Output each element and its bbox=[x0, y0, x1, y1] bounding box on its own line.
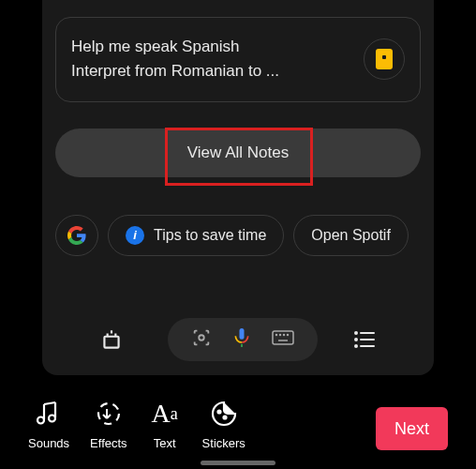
stickers-label: Stickers bbox=[202, 436, 245, 450]
input-pill bbox=[168, 318, 318, 361]
svg-point-15 bbox=[49, 416, 55, 422]
home-indicator[interactable] bbox=[201, 461, 275, 465]
note-card[interactable]: Help me speak Spanish Interpret from Rom… bbox=[55, 17, 421, 102]
svg-rect-0 bbox=[104, 337, 118, 348]
next-button[interactable]: Next bbox=[376, 407, 448, 450]
tips-chip[interactable]: i Tips to save time bbox=[108, 215, 284, 256]
next-label: Next bbox=[394, 419, 429, 439]
svg-point-16 bbox=[98, 403, 119, 424]
assistant-panel: Help me speak Spanish Interpret from Rom… bbox=[42, 0, 434, 375]
effects-label: Effects bbox=[90, 436, 127, 450]
stickers-button[interactable]: Stickers bbox=[202, 397, 245, 450]
text-icon: Aa bbox=[148, 397, 182, 431]
flash-icon[interactable] bbox=[98, 326, 125, 353]
text-label: Text bbox=[154, 436, 176, 450]
spotify-chip[interactable]: Open Spotif bbox=[293, 215, 409, 256]
bottom-toolbar: Sounds Effects Aa Text Stickers Next bbox=[28, 397, 448, 450]
tips-label: Tips to save time bbox=[154, 227, 266, 244]
note-text: Help me speak Spanish Interpret from Rom… bbox=[71, 35, 352, 84]
sounds-icon bbox=[32, 397, 66, 431]
svg-point-10 bbox=[355, 339, 357, 340]
effects-button[interactable]: Effects bbox=[90, 397, 127, 450]
keep-icon-wrap bbox=[364, 38, 405, 80]
svg-point-18 bbox=[223, 416, 226, 419]
sounds-button[interactable]: Sounds bbox=[28, 397, 69, 450]
note-line-2: Interpret from Romanian to ... bbox=[71, 59, 352, 83]
input-bar bbox=[98, 317, 378, 362]
svg-point-3 bbox=[276, 335, 277, 336]
effects-icon bbox=[92, 397, 126, 431]
lens-icon[interactable] bbox=[191, 327, 212, 352]
svg-point-17 bbox=[217, 411, 220, 414]
text-button[interactable]: Aa Text bbox=[148, 397, 182, 450]
svg-point-12 bbox=[355, 345, 357, 347]
spotify-label: Open Spotif bbox=[311, 227, 391, 244]
stickers-icon bbox=[207, 397, 241, 431]
view-all-label: View All Notes bbox=[187, 144, 289, 162]
svg-point-1 bbox=[199, 335, 204, 340]
sounds-label: Sounds bbox=[28, 436, 69, 450]
svg-point-5 bbox=[284, 335, 285, 336]
note-line-1: Help me speak Spanish bbox=[71, 35, 352, 59]
keyboard-icon[interactable] bbox=[272, 329, 294, 350]
google-chip[interactable] bbox=[55, 215, 98, 256]
suggestion-chips: i Tips to save time Open Spotif bbox=[55, 215, 421, 256]
list-icon[interactable] bbox=[351, 326, 378, 353]
svg-rect-2 bbox=[273, 331, 293, 344]
svg-point-14 bbox=[37, 417, 44, 424]
mic-icon[interactable] bbox=[232, 326, 251, 353]
svg-point-4 bbox=[280, 335, 281, 336]
svg-point-8 bbox=[355, 332, 357, 334]
info-icon: i bbox=[126, 226, 144, 245]
keep-icon bbox=[376, 49, 393, 69]
view-all-notes-button[interactable]: View All Notes bbox=[55, 129, 421, 177]
svg-point-6 bbox=[288, 335, 289, 336]
google-logo-icon bbox=[67, 226, 86, 245]
